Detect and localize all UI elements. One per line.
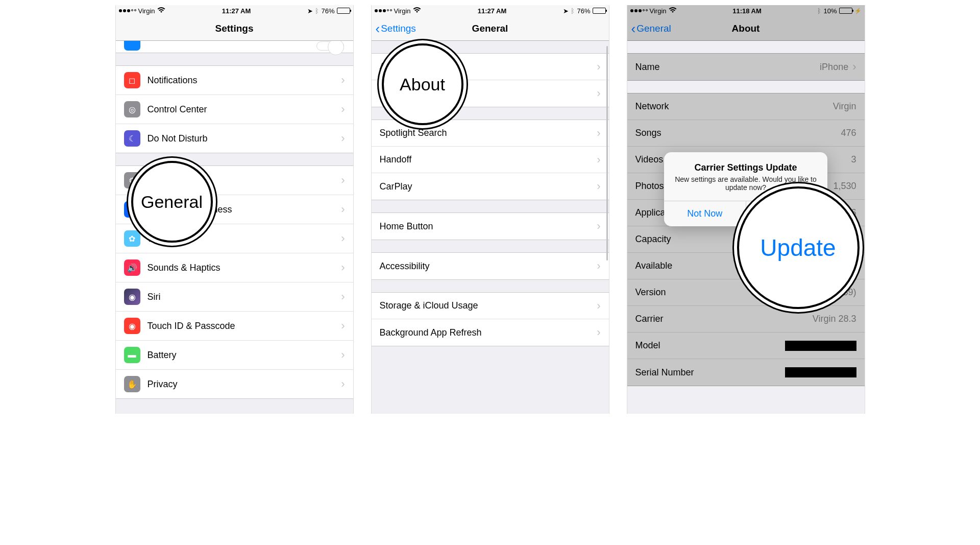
not-now-button[interactable]: Not Now xyxy=(664,201,746,226)
magnifier-update: Update xyxy=(737,186,860,309)
sounds-icon: 🔊 xyxy=(124,259,140,276)
chevron-right-icon: › xyxy=(341,74,345,87)
signal-icon xyxy=(119,9,136,12)
clock-label: 11:27 AM xyxy=(478,7,507,15)
nav-title: Settings xyxy=(215,23,254,34)
control-center-icon: ◎ xyxy=(124,101,140,117)
battery-icon xyxy=(337,8,350,14)
scrollbar[interactable] xyxy=(606,46,608,260)
chevron-right-icon: › xyxy=(597,299,600,313)
chevron-right-icon: › xyxy=(597,60,600,74)
nav-bar: ‹ Settings General xyxy=(372,16,609,41)
bluetooth-icon: ᛒ xyxy=(315,7,319,15)
row-spotlight[interactable]: Spotlight Search › xyxy=(372,120,609,147)
notifications-icon: ◻ xyxy=(124,72,140,88)
alert-title: Carrier Settings Update xyxy=(673,162,818,173)
chevron-right-icon: › xyxy=(341,132,345,145)
privacy-icon: ✋ xyxy=(124,376,140,392)
carrier-label: Virgin xyxy=(138,7,155,15)
dnd-icon: ☾ xyxy=(124,130,140,147)
chevron-right-icon: › xyxy=(341,203,345,216)
row-control-center[interactable]: ◎ Control Center › xyxy=(116,95,353,124)
chevron-right-icon: › xyxy=(341,103,345,116)
chevron-right-icon: › xyxy=(341,290,345,303)
chevron-right-icon: › xyxy=(341,261,345,274)
screen-general: Virgin 11:27 AM ➤ ᛒ 76% ‹ Settings Gener… xyxy=(371,5,609,414)
battery-icon xyxy=(593,8,606,14)
signal-icon xyxy=(375,9,392,12)
battery-pct: 76% xyxy=(321,7,334,15)
clock-label: 11:27 AM xyxy=(222,7,251,15)
nav-title: General xyxy=(472,23,508,34)
chevron-right-icon: › xyxy=(597,180,600,193)
chevron-right-icon: › xyxy=(597,153,600,167)
carrier-label: Virgin xyxy=(394,7,411,15)
row-touchid[interactable]: ◉ Touch ID & Passcode › xyxy=(116,312,353,341)
chevron-right-icon: › xyxy=(597,220,600,233)
location-icon: ➤ xyxy=(563,7,569,15)
fingerprint-icon: ◉ xyxy=(124,318,140,334)
row-handoff[interactable]: Handoff › xyxy=(372,147,609,173)
location-icon: ➤ xyxy=(307,7,313,15)
chevron-right-icon: › xyxy=(597,259,600,273)
row-battery[interactable]: ▬ Battery › xyxy=(116,341,353,370)
screen-about: Virgin 11:18 AM ᛒ 10% ⚡ ‹ General About … xyxy=(627,5,865,414)
chevron-right-icon: › xyxy=(597,87,600,100)
chevron-right-icon: › xyxy=(341,377,345,391)
chevron-left-icon: ‹ xyxy=(376,22,380,35)
chevron-right-icon: › xyxy=(597,127,600,140)
row-siri[interactable]: ◉ Siri › xyxy=(116,282,353,312)
nav-bar: Settings xyxy=(116,16,353,41)
row-accessibility[interactable]: Accessibility › xyxy=(372,253,609,279)
wifi-icon xyxy=(413,7,421,15)
status-bar: Virgin 11:27 AM ➤ ᛒ 76% xyxy=(372,5,609,16)
wallpaper-icon: ✿ xyxy=(124,230,140,247)
row-storage[interactable]: Storage & iCloud Usage › xyxy=(372,293,609,319)
row-home-button[interactable]: Home Button › xyxy=(372,213,609,240)
status-bar: Virgin 11:27 AM ➤ ᛒ 76% xyxy=(116,5,353,16)
chevron-right-icon: › xyxy=(341,174,345,187)
row-privacy[interactable]: ✋ Privacy › xyxy=(116,370,353,398)
row-dnd[interactable]: ☾ Do Not Disturb › xyxy=(116,124,353,153)
magnifier-about: About xyxy=(382,43,463,125)
chevron-right-icon: › xyxy=(341,348,345,362)
screen-settings: Virgin 11:27 AM ➤ ᛒ 76% Settings ◻ Notif… xyxy=(115,5,354,414)
siri-icon: ◉ xyxy=(124,289,140,305)
row-notifications[interactable]: ◻ Notifications › xyxy=(116,66,353,95)
magnifier-general: General xyxy=(131,161,213,243)
bluetooth-icon: ᛒ xyxy=(571,7,575,15)
chevron-right-icon: › xyxy=(597,326,600,339)
chevron-right-icon: › xyxy=(341,319,345,333)
chevron-right-icon: › xyxy=(341,232,345,245)
peek-row xyxy=(116,41,353,53)
battery-pct: 76% xyxy=(577,7,590,15)
wifi-icon xyxy=(157,7,165,15)
row-carplay[interactable]: CarPlay › xyxy=(372,173,609,200)
row-sounds[interactable]: 🔊 Sounds & Haptics › xyxy=(116,253,353,282)
row-bg-refresh[interactable]: Background App Refresh › xyxy=(372,319,609,346)
battery-row-icon: ▬ xyxy=(124,347,140,363)
back-button[interactable]: ‹ Settings xyxy=(376,22,416,35)
